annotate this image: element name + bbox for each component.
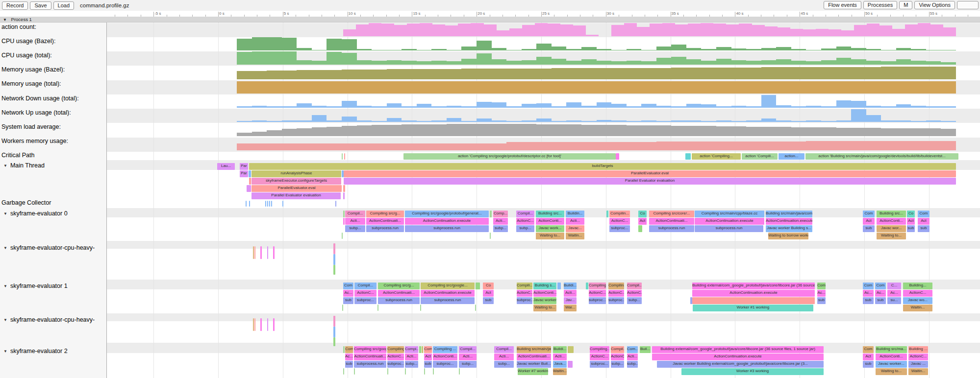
save-button[interactable]: Save	[30, 1, 51, 10]
trace-span[interactable]	[377, 305, 378, 311]
trace-span[interactable]: ActionC...	[516, 218, 534, 225]
trace-span[interactable]: sub	[875, 297, 886, 304]
trace-span[interactable]: ActionC...	[608, 290, 624, 297]
trace-span[interactable]: Compil...	[345, 211, 365, 217]
trace-span[interactable]: Ac...	[875, 290, 886, 297]
trace-span[interactable]: subp...	[611, 361, 624, 368]
trace-span[interactable]: Acti...	[553, 354, 567, 360]
trace-span[interactable]: ActionContinuati...	[517, 354, 551, 360]
trace-span[interactable]: Waitin...	[903, 305, 932, 311]
trace-span[interactable]	[433, 368, 434, 375]
trace-span[interactable]	[459, 368, 460, 375]
trace-span[interactable]: Compiling src/g...	[366, 211, 404, 217]
track-label-skyframe-evaluator-2[interactable]: ▼skyframe-evaluator 2	[1, 348, 68, 354]
trace-span[interactable]: Buildi...	[553, 346, 567, 353]
trace-span[interactable]: sub	[907, 225, 915, 232]
trace-span[interactable]: Worker #1 working	[693, 305, 813, 311]
trace-span[interactable]: Compiling ...	[589, 283, 606, 289]
trace-span[interactable]: Wai...	[564, 305, 577, 311]
counter-workers-memory-usage[interactable]	[237, 137, 956, 150]
trace-span[interactable]: Par	[240, 163, 248, 170]
collapse-arrow-icon[interactable]: ▼	[3, 212, 7, 216]
trace-span[interactable]: skyframeExecutor.configureTargets	[251, 178, 341, 185]
counter-cpu-usage-total[interactable]	[237, 51, 956, 65]
trace-span[interactable]: Worker #3 working	[681, 368, 824, 375]
trace-span[interactable]: Com	[424, 346, 432, 353]
trace-span[interactable]: Act	[918, 218, 930, 225]
trace-span[interactable]: Compil...	[354, 283, 377, 289]
trace-span[interactable]	[267, 318, 268, 331]
trace-span[interactable]: Com	[343, 283, 353, 289]
process-header[interactable]: ▼ Process 1	[0, 17, 980, 23]
trace-span[interactable]: subprocess.run	[421, 297, 475, 304]
trace-span[interactable]	[568, 361, 573, 368]
trace-span[interactable]	[475, 305, 476, 311]
processes-button[interactable]: Processes	[863, 1, 897, 9]
trace-span[interactable]: subp...	[627, 297, 642, 304]
trace-span[interactable]: buildTargets	[249, 163, 956, 170]
trace-span[interactable]	[685, 153, 691, 160]
trace-span[interactable]: subp...	[516, 225, 534, 232]
trace-span[interactable]	[342, 305, 343, 311]
trace-span[interactable]	[271, 201, 272, 207]
trace-span[interactable]: Building src...	[536, 211, 564, 217]
trace-span[interactable]: Compiling src/core/...	[649, 211, 694, 217]
trace-span[interactable]: Com	[345, 346, 353, 353]
collapse-arrow-icon[interactable]: ▼	[3, 349, 7, 354]
trace-span[interactable]: Compil...	[459, 346, 477, 353]
collapse-arrow-icon[interactable]: ▼	[3, 246, 7, 250]
trace-span[interactable]: Compiling src/main/cpp/blaze.cc	[695, 211, 764, 217]
trace-span[interactable]: ActionC...	[354, 290, 377, 297]
trace-span[interactable]: subprocess.run	[378, 297, 420, 304]
trace-span[interactable]: Com	[875, 283, 886, 289]
trace-span[interactable]	[616, 153, 619, 160]
metadata-button[interactable]: M	[899, 1, 912, 9]
trace-span[interactable]: Compili...	[517, 283, 532, 289]
trace-span[interactable]: Compil...	[516, 211, 534, 217]
trace-span[interactable]	[267, 201, 268, 207]
trace-span[interactable]	[249, 178, 251, 185]
trace-span[interactable]: Waiting to...	[536, 233, 564, 239]
trace-span[interactable]: Acti...	[493, 218, 508, 225]
trace-span[interactable]	[253, 318, 254, 331]
trace-span[interactable]: Compiling src/google/protobuf/generat...	[405, 211, 489, 217]
trace-span[interactable]: Jav...	[564, 297, 577, 304]
trace-span[interactable]: subprocess.run	[366, 225, 404, 232]
trace-span[interactable]	[490, 233, 491, 239]
trace-span[interactable]: Ac...	[343, 290, 353, 297]
trace-span[interactable]: Building s...	[533, 283, 556, 289]
trace-span[interactable]: sub	[863, 225, 875, 232]
trace-span[interactable]: ActionContinuation.execute	[695, 218, 764, 225]
track-label-skyframe-evaluator-cpu-heavy[interactable]: ▼skyframe-evaluator-cpu-heavy-	[1, 316, 95, 323]
trace-span[interactable]: subp...	[345, 225, 365, 232]
trace-span[interactable]: Act	[863, 354, 874, 360]
trace-span[interactable]: action...	[779, 153, 804, 160]
trace-span[interactable]: Building src...	[877, 211, 906, 217]
record-button[interactable]: Record	[2, 1, 28, 10]
trace-span[interactable]	[343, 192, 345, 199]
trace-span[interactable]: Building...	[903, 283, 932, 289]
trace-span[interactable]: Compilin...	[609, 211, 630, 217]
track-label-skyframe-evaluator-cpu-heavy[interactable]: ▼skyframe-evaluator-cpu-heavy-	[1, 244, 95, 251]
trace-span[interactable]: sub	[483, 297, 494, 304]
trace-span[interactable]: sub	[918, 225, 930, 232]
trace-span[interactable]	[354, 368, 355, 375]
trace-span[interactable]: sub	[817, 297, 826, 304]
counter-memory-usage-bazel[interactable]	[237, 66, 956, 79]
trace-span[interactable]: Compiling...	[590, 346, 609, 353]
collapse-arrow-icon[interactable]: ▼	[3, 284, 7, 288]
trace-span[interactable]: ActionC...	[590, 354, 609, 360]
trace-span[interactable]: subp...	[405, 361, 418, 368]
trace-span[interactable]: ActionC...	[627, 290, 642, 297]
trace-span[interactable]: subprocess.run	[405, 225, 489, 232]
trace-span[interactable]: Co	[638, 211, 647, 217]
trace-span[interactable]: Compiling ...	[433, 346, 457, 353]
trace-span[interactable]: Ac...	[887, 290, 901, 297]
trace-span[interactable]: Compiling src/g...	[378, 283, 420, 289]
trace-span[interactable]: Ac...	[817, 290, 826, 297]
timeline-ruler[interactable]: -5 s0 s5 s10 s15 s20 s25 s30 s35 s40 s45…	[0, 11, 980, 17]
trace-span[interactable]: Act	[907, 218, 915, 225]
trace-span[interactable]	[265, 201, 266, 207]
trace-span[interactable]: Com	[863, 346, 874, 353]
trace-span[interactable]: Waiting to...	[533, 305, 556, 311]
